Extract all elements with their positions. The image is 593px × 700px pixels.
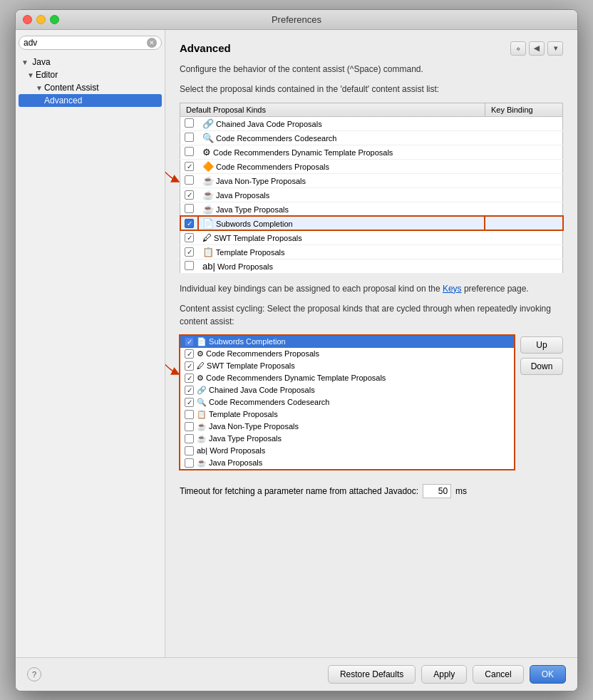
cycling-check-chained[interactable]: ✓	[185, 386, 194, 395]
cycling-item-chained[interactable]: ✓ 🔗 Chained Java Code Proposals	[180, 384, 514, 396]
proposal-row-subwords: ✓ 📄 Subwords Completion	[180, 216, 563, 230]
proposal-check-javatypes[interactable]	[185, 204, 194, 213]
cycling-item-nontypes[interactable]: ☕ Java Non-Type Proposals	[180, 421, 514, 433]
close-button[interactable]	[23, 15, 32, 24]
cycling-item-java[interactable]: ☕ Java Proposals	[180, 457, 514, 469]
search-box[interactable]: ✕	[19, 36, 162, 50]
proposal-check-codesearch[interactable]	[185, 133, 194, 142]
proposal-row-recommenders: ✓ 🔶 Code Recommenders Proposals	[180, 159, 563, 173]
cycling-check-dynamic[interactable]: ✓	[185, 374, 194, 383]
proposal-check-recommenders[interactable]: ✓	[185, 162, 194, 171]
col-proposal-kinds: Default Proposal Kinds	[180, 103, 485, 116]
annotation-arrow-1	[165, 127, 183, 184]
timeout-label: Timeout for fetching a parameter name fr…	[180, 486, 418, 496]
cycling-icon-word: ab|	[197, 446, 207, 455]
apply-button[interactable]: Apply	[421, 665, 467, 684]
proposal-row-template: ✓ 📋 Template Proposals	[180, 245, 563, 259]
cycling-buttons: Up Down	[520, 335, 563, 375]
cycling-check-swt[interactable]: ✓	[185, 361, 194, 371]
cycling-icon-template: 📋	[197, 410, 207, 419]
cycling-check-word[interactable]	[185, 446, 194, 455]
nav-menu-button[interactable]: ▾	[547, 41, 563, 56]
keybinding-note: Individual key bindings can be assigned …	[180, 282, 563, 295]
tree-arrow-java: ▼	[21, 58, 29, 66]
down-button[interactable]: Down	[520, 358, 563, 375]
cycling-item-javatypes[interactable]: ☕ Java Type Proposals	[180, 433, 514, 445]
timeout-input[interactable]	[423, 484, 451, 498]
proposal-check-dynamic[interactable]	[185, 147, 194, 156]
proposal-check-nontypes[interactable]	[185, 175, 194, 185]
proposal-row-javatypes: ☕ Java Type Proposals	[180, 202, 563, 216]
keys-link[interactable]: Keys	[443, 284, 462, 294]
proposal-icon-chained: 🔗	[202, 118, 214, 129]
cycling-icon-javatypes: ☕	[197, 434, 207, 443]
proposal-icon-nontypes: ☕	[202, 175, 214, 186]
cycling-check-codesearch[interactable]: ✓	[185, 398, 194, 407]
panel-nav-icons: ⬦ ◀ ▾	[510, 41, 563, 56]
timeout-unit: ms	[455, 486, 467, 496]
proposal-check-swt[interactable]: ✓	[185, 233, 194, 242]
sidebar-item-content-assist[interactable]: ▼Content Assist	[19, 81, 162, 94]
search-input[interactable]	[24, 38, 147, 48]
sidebar-item-java[interactable]: ▼ ▼ JavaJava	[19, 56, 162, 68]
traffic-lights	[23, 15, 59, 24]
cycling-check-recommenders[interactable]: ✓	[185, 349, 194, 359]
proposal-row-nontypes: ☕ Java Non-Type Proposals	[180, 173, 563, 187]
cycling-item-subwords[interactable]: ✓ 📄 Subwords Completion	[180, 336, 514, 348]
proposal-icon-swt: 🖊	[202, 232, 212, 243]
ok-button[interactable]: OK	[530, 665, 566, 684]
proposal-check-chained[interactable]	[185, 118, 194, 128]
cycling-icon-java: ☕	[197, 458, 207, 468]
sidebar-item-advanced[interactable]: Advanced	[19, 94, 162, 107]
window-title: Preferences	[272, 14, 321, 25]
nav-forward-button[interactable]: ◀	[529, 41, 545, 56]
up-button[interactable]: Up	[520, 336, 563, 354]
preferences-window: Preferences ✕ ▼ ▼ JavaJava ▼Editor ▼Cont…	[15, 9, 578, 691]
proposal-check-template[interactable]: ✓	[185, 247, 194, 257]
search-clear-button[interactable]: ✕	[147, 38, 157, 48]
cycling-item-template[interactable]: 📋 Template Proposals	[180, 408, 514, 421]
cycling-item-word[interactable]: ab| Word Proposals	[180, 445, 514, 457]
proposal-check-java[interactable]: ✓	[185, 190, 194, 200]
maximize-button[interactable]	[50, 15, 59, 24]
cycling-check-javatypes[interactable]	[185, 434, 194, 443]
cycling-icon-subwords: 📄	[197, 337, 207, 346]
nav-back-button[interactable]: ⬦	[510, 41, 526, 56]
proposal-row-swt: ✓ 🖊 SWT Template Proposals	[180, 230, 563, 245]
cycling-item-swt[interactable]: ✓ 🖊 SWT Template Proposals	[180, 360, 514, 372]
cycling-item-codesearch[interactable]: ✓ 🔍 Code Recommenders Codesearch	[180, 396, 514, 408]
cycling-icon-dynamic: ⚙	[197, 374, 204, 383]
titlebar: Preferences	[16, 10, 577, 30]
cycling-list: ✓ 📄 Subwords Completion ✓ ⚙ Code Recomme…	[180, 335, 515, 470]
panel-title: Advanced ⬦ ◀ ▾	[180, 41, 563, 56]
cycling-check-java[interactable]	[185, 458, 194, 468]
restore-defaults-button[interactable]: Restore Defaults	[328, 665, 416, 684]
cycling-item-dynamic[interactable]: ✓ ⚙ Code Recommenders Dynamic Template P…	[180, 372, 514, 384]
proposal-icon-java: ☕	[202, 190, 214, 200]
help-button[interactable]: ?	[27, 667, 41, 681]
cycling-check-subwords[interactable]: ✓	[185, 337, 194, 346]
sidebar-item-advanced-label: Advanced	[44, 96, 82, 105]
proposal-row-chained: 🔗 Chained Java Code Proposals	[180, 116, 563, 130]
sidebar-item-editor[interactable]: ▼Editor	[19, 68, 162, 81]
proposal-check-subwords[interactable]: ✓	[185, 219, 194, 228]
cycling-icon-chained: 🔗	[197, 386, 207, 395]
bottom-bar: ? Restore Defaults Apply Cancel OK	[16, 657, 577, 691]
proposal-icon-template: 📋	[202, 247, 214, 257]
cycling-item-recommenders[interactable]: ✓ ⚙ Code Recommenders Proposals	[180, 348, 514, 360]
minimize-button[interactable]	[36, 15, 46, 24]
cycling-icon-swt: 🖊	[197, 361, 205, 370]
cycling-check-nontypes[interactable]	[185, 422, 194, 431]
cycling-icon-recommenders: ⚙	[197, 349, 204, 359]
proposal-icon-recommenders: 🔶	[202, 161, 214, 172]
right-panel: Want it on the first content assist list…	[165, 30, 577, 657]
proposal-row-java: ✓ ☕ Java Proposals	[180, 187, 563, 202]
proposal-icon-subwords: 📄	[202, 218, 214, 229]
cancel-button[interactable]: Cancel	[473, 665, 523, 684]
proposal-check-word[interactable]	[185, 261, 194, 270]
proposal-row-dynamic: ⚙ Code Recommenders Dynamic Template Pro…	[180, 145, 563, 159]
proposal-icon-codesearch: 🔍	[202, 133, 214, 143]
bottom-buttons: Restore Defaults Apply Cancel OK	[328, 665, 566, 684]
cycling-check-template[interactable]	[185, 410, 194, 419]
cycling-list-wrap: ✓ 📄 Subwords Completion ✓ ⚙ Code Recomme…	[180, 335, 563, 470]
